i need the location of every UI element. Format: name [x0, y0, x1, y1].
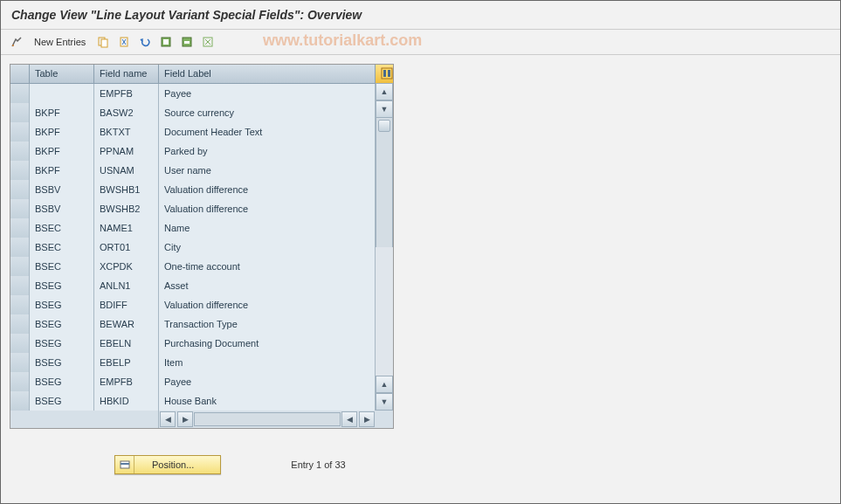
row-selector[interactable] [10, 391, 30, 411]
row-selector[interactable] [10, 334, 30, 353]
cell-field-label[interactable]: City [159, 238, 376, 257]
cell-field-name[interactable]: EMPFB [94, 84, 159, 103]
column-header-field-name[interactable]: Field name [94, 65, 159, 83]
undo-icon[interactable] [136, 33, 154, 51]
cell-field-label[interactable]: User name [159, 161, 376, 180]
cell-field-name[interactable]: ORT01 [94, 238, 159, 257]
toggle-display-icon[interactable] [8, 33, 25, 51]
row-select-header[interactable] [10, 65, 30, 83]
cell-field-label[interactable]: Transaction Type [159, 314, 376, 334]
cell-table[interactable]: BSEG [30, 295, 94, 314]
cell-field-name[interactable]: BKTXT [94, 122, 159, 142]
deselect-all-icon[interactable] [199, 33, 217, 51]
row-selector[interactable] [10, 314, 30, 334]
cell-field-name[interactable]: EMPFB [94, 372, 159, 391]
cell-field-name[interactable]: BWSHB2 [94, 199, 159, 218]
cell-field-label[interactable]: Asset [159, 276, 376, 295]
cell-table[interactable]: BKPF [30, 161, 94, 180]
cell-field-label[interactable]: Item [159, 353, 376, 372]
cell-table[interactable]: BKPF [30, 103, 94, 122]
cell-field-label[interactable]: One-time account [159, 257, 376, 276]
cell-field-name[interactable]: HBKID [94, 391, 159, 411]
select-block-icon[interactable] [178, 33, 196, 51]
svg-rect-7 [163, 39, 169, 45]
position-icon [115, 456, 134, 473]
row-selector[interactable] [10, 103, 30, 122]
hscroll-right-icon[interactable]: ▶ [177, 411, 193, 427]
row-selector[interactable] [10, 199, 30, 218]
row-selector[interactable] [10, 161, 30, 180]
column-header-table[interactable]: Table [30, 65, 94, 83]
svg-point-0 [12, 45, 14, 46]
cell-table[interactable]: BKPF [30, 142, 94, 161]
vertical-scrollbar[interactable]: ▲ ▼ ▲ ▼ [376, 83, 393, 411]
scroll-track[interactable] [376, 118, 393, 247]
cell-table[interactable]: BSEC [30, 257, 94, 276]
scroll-up-icon[interactable]: ▲ [376, 83, 393, 100]
hscroll-track[interactable] [194, 412, 341, 426]
cell-table[interactable]: BSEG [30, 334, 94, 353]
cell-table[interactable]: BSEG [30, 353, 94, 372]
cell-field-label[interactable]: Payee [159, 84, 376, 103]
grid-body: EMPFBPayeeBKPFBASW2Source currencyBKPFBK… [10, 84, 393, 411]
row-selector[interactable] [10, 372, 30, 391]
cell-table[interactable]: BKPF [30, 122, 94, 142]
cell-field-label[interactable]: Document Header Text [159, 122, 376, 142]
cell-field-name[interactable]: BDIFF [94, 295, 159, 314]
cell-field-name[interactable]: EBELP [94, 353, 159, 372]
cell-field-label[interactable]: Source currency [159, 103, 376, 122]
cell-field-label[interactable]: Valuation difference [159, 199, 376, 218]
row-selector[interactable] [10, 238, 30, 257]
scroll-down2-icon[interactable]: ▼ [376, 393, 393, 411]
row-selector[interactable] [10, 84, 30, 103]
cell-table[interactable] [30, 84, 94, 103]
hscroll-left2-icon[interactable]: ◀ [341, 411, 357, 427]
row-selector[interactable] [10, 276, 30, 295]
cell-field-label[interactable]: Name [159, 218, 376, 238]
cell-field-name[interactable]: BWSHB1 [94, 180, 159, 199]
row-selector[interactable] [10, 295, 30, 314]
cell-field-name[interactable]: PPNAM [94, 142, 159, 161]
cell-field-name[interactable]: NAME1 [94, 218, 159, 238]
row-selector[interactable] [10, 257, 30, 276]
scroll-down-icon[interactable]: ▼ [376, 100, 393, 118]
row-selector[interactable] [10, 353, 30, 372]
cell-field-name[interactable]: USNAM [94, 161, 159, 180]
position-button[interactable]: Position... [114, 455, 221, 474]
cell-table[interactable]: BSEG [30, 276, 94, 295]
row-selector[interactable] [10, 142, 30, 161]
select-all-icon[interactable] [157, 33, 175, 51]
cell-table[interactable]: BSBV [30, 199, 94, 218]
row-selector[interactable] [10, 218, 30, 238]
cell-table[interactable]: BSBV [30, 180, 94, 199]
hscroll-right2-icon[interactable]: ▶ [359, 411, 375, 427]
cell-field-label[interactable]: House Bank [159, 391, 376, 411]
scroll-up2-icon[interactable]: ▲ [376, 376, 393, 393]
svg-rect-14 [383, 70, 386, 77]
copy-icon[interactable] [94, 33, 112, 51]
cell-field-name[interactable]: BEWAR [94, 314, 159, 334]
cell-field-name[interactable]: XCPDK [94, 257, 159, 276]
scroll-thumb[interactable] [378, 120, 390, 132]
column-header-field-label[interactable]: Field Label [159, 65, 376, 83]
cell-field-name[interactable]: BASW2 [94, 103, 159, 122]
configure-columns-icon[interactable] [376, 65, 393, 83]
cell-field-label[interactable]: Parked by [159, 142, 376, 161]
cell-field-label[interactable]: Payee [159, 372, 376, 391]
cell-table[interactable]: BSEC [30, 218, 94, 238]
hscroll-left-icon[interactable]: ◀ [160, 411, 176, 427]
cell-field-label[interactable]: Valuation difference [159, 180, 376, 199]
cell-field-name[interactable]: ANLN1 [94, 276, 159, 295]
cell-field-name[interactable]: EBELN [94, 334, 159, 353]
cell-table[interactable]: BSEG [30, 314, 94, 334]
row-selector[interactable] [10, 122, 30, 142]
row-selector[interactable] [10, 180, 30, 199]
table-grid: Table Field name Field Label EMPFBPayeeB… [10, 64, 394, 429]
cell-field-label[interactable]: Purchasing Document [159, 334, 376, 353]
new-entries-button[interactable]: New Entries [29, 37, 91, 47]
cell-table[interactable]: BSEC [30, 238, 94, 257]
cell-field-label[interactable]: Valuation difference [159, 295, 376, 314]
cell-table[interactable]: BSEG [30, 372, 94, 391]
delete-icon[interactable] [115, 33, 133, 51]
cell-table[interactable]: BSEG [30, 391, 94, 411]
